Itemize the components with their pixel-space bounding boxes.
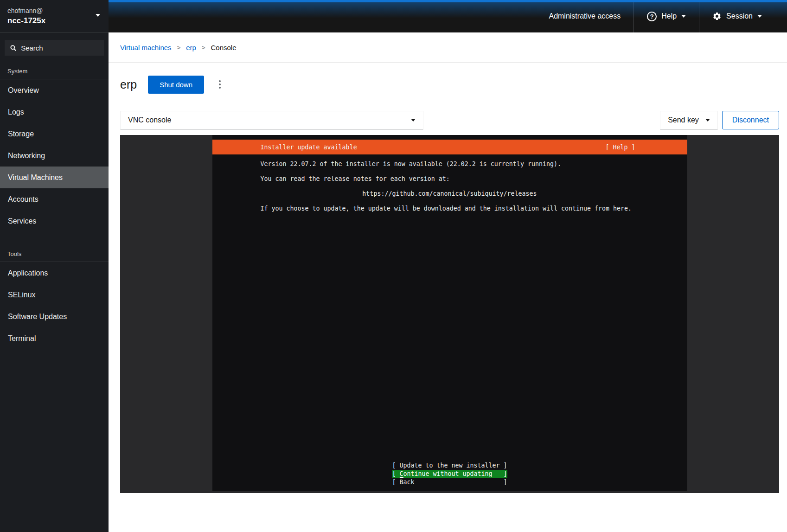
breadcrumb: Virtual machines>erp>Console xyxy=(109,32,787,63)
installer-help-button[interactable]: [ Help ] xyxy=(605,144,635,151)
breadcrumb-item-erp[interactable]: erp xyxy=(186,44,196,51)
sidebar-item-applications[interactable]: Applications xyxy=(0,262,109,284)
installer-option[interactable]: [ Back ] xyxy=(392,478,507,487)
disconnect-button[interactable]: Disconnect xyxy=(722,111,779,129)
installer-text: Version 22.07.2 of the installer is now … xyxy=(212,160,687,220)
main-area: Administrative access ? Help Session Vir… xyxy=(109,0,787,532)
hostname: ncc-1725x xyxy=(7,15,101,26)
help-label: Help xyxy=(661,12,677,20)
breadcrumb-item-virtual-machines[interactable]: Virtual machines xyxy=(120,44,172,51)
user-menu[interactable]: ehofmann@ ncc-1725x xyxy=(0,0,109,32)
administrative-access-label: Administrative access xyxy=(549,12,621,20)
breadcrumb-separator-icon: > xyxy=(177,44,181,51)
search-input[interactable] xyxy=(21,44,98,52)
installer-text-line: https://github.com/canonical/subiquity/r… xyxy=(261,190,639,198)
session-label: Session xyxy=(726,12,753,20)
chevron-down-icon xyxy=(757,15,762,18)
breadcrumb-separator-icon: > xyxy=(202,44,205,51)
console-panel: Installer update available [ Help ] Vers… xyxy=(120,135,779,493)
sidebar-item-logs[interactable]: Logs xyxy=(0,101,109,123)
sidebar-item-selinux[interactable]: SELinux xyxy=(0,284,109,306)
help-menu[interactable]: ? Help xyxy=(634,0,699,32)
sidebar-nav: SystemOverviewLogsStorageNetworkingVirtu… xyxy=(0,60,109,360)
sidebar-item-virtual-machines[interactable]: Virtual Machines xyxy=(0,167,109,188)
page-title: erp xyxy=(120,78,137,91)
shut-down-button[interactable]: Shut down xyxy=(148,76,204,94)
chevron-down-icon xyxy=(96,14,100,17)
installer-text-line: If you choose to update, the update will… xyxy=(261,205,639,212)
console-type-select[interactable]: VNC console xyxy=(120,111,423,129)
installer-text-line: You can read the release notes for each … xyxy=(261,175,639,183)
chevron-down-icon xyxy=(411,119,416,122)
text-cursor: C xyxy=(399,470,403,478)
search-icon xyxy=(10,45,16,51)
send-key-dropdown[interactable]: Send key xyxy=(660,111,718,129)
chevron-down-icon xyxy=(705,119,710,122)
sidebar-item-terminal[interactable]: Terminal xyxy=(0,327,109,349)
page-title-row: erp Shut down xyxy=(109,75,787,94)
installer-title: Installer update available xyxy=(261,144,357,151)
sidebar-item-services[interactable]: Services xyxy=(0,210,109,232)
nav-section-label: Tools xyxy=(0,243,109,262)
nav-section-gap xyxy=(0,232,109,243)
help-icon: ? xyxy=(647,12,657,21)
masthead-right-pad xyxy=(775,0,787,32)
sidebar-item-software-updates[interactable]: Software Updates xyxy=(0,306,109,327)
installer-option[interactable]: [ Continue without updating ] xyxy=(392,470,507,478)
send-key-label: Send key xyxy=(668,116,699,124)
installer-option[interactable]: [ Update to the new installer ] xyxy=(392,461,507,470)
cockpit-app: ehofmann@ ncc-1725x SystemOverviewLogsSt… xyxy=(0,0,787,532)
sidebar-item-overview[interactable]: Overview xyxy=(0,79,109,101)
console-toolbar: VNC console Send key Disconnect xyxy=(109,111,787,129)
installer-text-line: Version 22.07.2 of the installer is now … xyxy=(261,160,639,168)
search-box[interactable] xyxy=(5,40,104,56)
breadcrumb-item-console: Console xyxy=(211,44,237,51)
sidebar-item-accounts[interactable]: Accounts xyxy=(0,188,109,210)
session-menu[interactable]: Session xyxy=(699,0,775,32)
console-type-selected-value: VNC console xyxy=(128,116,171,124)
sidebar: ehofmann@ ncc-1725x SystemOverviewLogsSt… xyxy=(0,0,109,532)
installer-title-bar: Installer update available [ Help ] xyxy=(212,140,687,154)
installer-options: [ Update to the new installer ][ Continu… xyxy=(392,461,507,487)
chevron-down-icon xyxy=(681,15,686,18)
masthead: Administrative access ? Help Session xyxy=(109,0,787,32)
nav-section-label: System xyxy=(0,60,109,79)
nav-section-gap xyxy=(0,349,109,360)
kebab-menu-icon[interactable] xyxy=(215,77,224,92)
administrative-access-button[interactable]: Administrative access xyxy=(536,0,633,32)
vnc-console-screen[interactable]: Installer update available [ Help ] Vers… xyxy=(212,135,687,491)
sidebar-item-storage[interactable]: Storage xyxy=(0,123,109,145)
gear-icon xyxy=(712,12,722,21)
username: ehofmann@ xyxy=(7,6,101,15)
sidebar-item-networking[interactable]: Networking xyxy=(0,145,109,167)
